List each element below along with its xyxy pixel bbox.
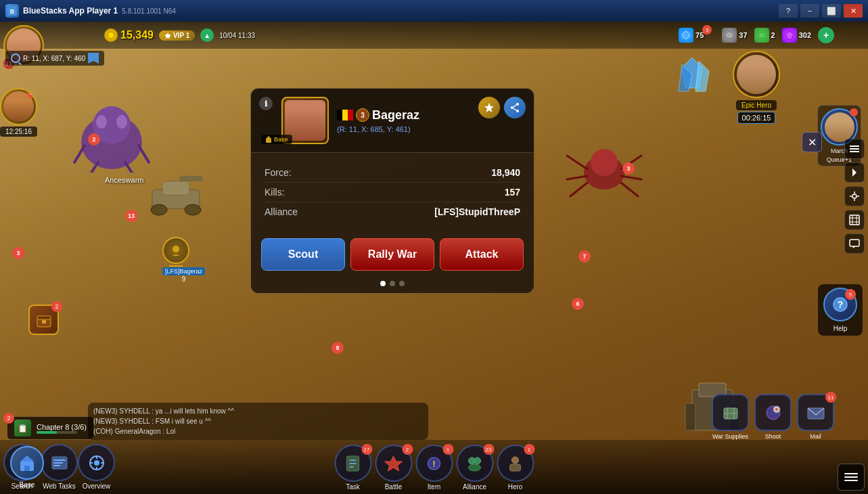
svg-point-44 — [852, 194, 856, 198]
svg-rect-80 — [53, 459, 66, 461]
task-circle[interactable]: 17 — [334, 445, 371, 482]
svg-marker-63 — [266, 136, 271, 139]
gold-display: 15,349 — [104, 28, 154, 42]
svg-rect-4 — [162, 181, 189, 195]
overview-circle[interactable] — [78, 444, 115, 481]
chapter-box[interactable]: 2 📋 Chapter 8 (3/6) — [7, 416, 94, 440]
force-label: Force: — [265, 167, 292, 178]
overview-icon[interactable]: Overview — [78, 444, 115, 490]
popup-base-label: Base — [261, 135, 292, 144]
timer-avatar[interactable]: 12 — [0, 88, 37, 125]
popup-stats: Force: 18,940 Kills: 157 Alliance [LFS]S… — [251, 153, 534, 231]
war-supplies-item[interactable]: War Supplies — [712, 394, 749, 440]
svg-rect-42 — [850, 151, 859, 152]
search-icon-small — [11, 53, 20, 63]
map-badge-7: 7 — [578, 250, 591, 263]
hero-circle[interactable]: 1 — [497, 445, 534, 482]
sidebar-arrow-icon[interactable] — [844, 162, 865, 183]
chest-item[interactable]: 2 — [28, 305, 59, 335]
march-red-dot — [850, 108, 858, 116]
sidebar-expand-icon[interactable] — [844, 139, 865, 159]
map-badge-3-right: 3 — [622, 162, 635, 175]
gem-icon — [782, 28, 797, 43]
svg-point-28 — [173, 246, 179, 252]
epic-hero-avatar[interactable] — [733, 51, 780, 98]
minimize-btn[interactable]: − — [800, 4, 819, 18]
crystal-resource: 75 3 — [679, 28, 715, 43]
close-btn[interactable]: ✕ — [844, 4, 863, 18]
svg-point-58 — [511, 106, 513, 109]
svg-text:!: ! — [433, 459, 436, 469]
scout-button[interactable]: Scout — [261, 238, 345, 271]
item-circle[interactable]: ! 1 — [415, 445, 453, 482]
alliance-badge: 23 — [483, 444, 494, 455]
hero-badge: 1 — [524, 444, 534, 455]
sidebar-chat-icon[interactable] — [844, 233, 865, 254]
shoot-label: Shoot — [765, 433, 781, 440]
epic-hero-panel[interactable]: Epic Hero 00:26:15 — [733, 51, 780, 124]
popup-username: Bageraz — [372, 108, 419, 122]
restore-btn[interactable]: ⬜ — [822, 4, 841, 18]
flag-belgium — [337, 110, 353, 120]
alliance-label: Alliance — [463, 483, 486, 491]
alliance-icon[interactable]: 23 Alliance — [456, 445, 493, 491]
popup-favorite-btn[interactable] — [478, 97, 500, 118]
app-title: BlueStacks App Player 1 — [23, 6, 118, 16]
sidebar-settings-icon[interactable] — [844, 186, 865, 206]
task-icon[interactable]: 17 Task — [334, 445, 371, 491]
map-badge-8: 8 — [332, 342, 344, 354]
map-label-anceswarm: Anceswarm — [105, 176, 143, 184]
hamburger-menu[interactable] — [838, 464, 865, 491]
alliance-circle[interactable]: 23 — [456, 445, 493, 482]
mail-icon[interactable]: 11 — [797, 394, 834, 431]
shoot-icon[interactable] — [754, 394, 792, 431]
crystal-cluster — [665, 54, 719, 111]
map-close-btn[interactable]: ✕ — [802, 132, 822, 152]
popup-info-icon[interactable]: ℹ — [259, 97, 273, 110]
player-marker[interactable] — [162, 237, 189, 268]
help-panel[interactable]: ? 5 Help — [818, 284, 863, 336]
vip-badge[interactable]: VIP 1 — [159, 30, 195, 41]
add-resources-btn[interactable]: + — [818, 27, 834, 43]
svg-point-97 — [474, 457, 481, 464]
base-label-bottom[interactable]: Base — [0, 440, 54, 494]
upgrade-arrow[interactable]: ▲ — [200, 28, 214, 42]
svg-point-6 — [151, 204, 167, 215]
item-icon[interactable]: ! 1 Item — [415, 445, 453, 491]
popup-dot-indicator — [251, 281, 534, 293]
menu-line-3 — [844, 480, 858, 481]
svg-line-20 — [570, 183, 587, 196]
battle-icon[interactable]: 2 Battle — [375, 445, 412, 491]
epic-hero-face — [737, 55, 776, 94]
svg-rect-41 — [850, 148, 859, 150]
svg-point-10 — [96, 115, 107, 129]
task-label: Task — [346, 483, 360, 491]
popup-share-btn[interactable] — [504, 97, 526, 118]
war-supplies-icon[interactable] — [712, 394, 749, 431]
svg-text:?: ? — [838, 299, 844, 310]
stat-force-row: Force: 18,940 — [265, 163, 520, 183]
chat-area: (NEW3) SYHDELL : ya ...i will lets him k… — [88, 403, 428, 440]
rally-war-button[interactable]: Rally War — [350, 238, 434, 271]
title-bar: B BlueStacks App Player 1 5.8.101.1001 N… — [0, 0, 868, 22]
alliance-label: Alliance — [265, 206, 298, 217]
bookmark-icon[interactable] — [88, 53, 99, 64]
attack-button[interactable]: Attack — [440, 238, 524, 271]
shoot-item[interactable]: Shoot — [754, 394, 792, 440]
base-icon[interactable] — [10, 446, 44, 480]
help-btn[interactable]: ? — [779, 4, 798, 18]
hero-icon[interactable]: 1 Hero — [497, 445, 534, 491]
svg-rect-49 — [850, 215, 859, 225]
mail-item[interactable]: 11 Mail — [797, 394, 834, 440]
popup-coords[interactable]: (R: 11, X: 685, Y: 461) — [337, 125, 524, 133]
sidebar-map-icon[interactable] — [844, 210, 865, 230]
svg-marker-75 — [20, 455, 34, 462]
player-map-label[interactable]: [LFS]Bageraz 9 — [162, 267, 205, 283]
battle-circle[interactable]: 2 — [375, 445, 412, 482]
left-timer[interactable]: 12 12:25:16 — [0, 88, 37, 137]
menu-button[interactable] — [838, 464, 865, 491]
svg-point-84 — [94, 460, 99, 466]
svg-line-22 — [621, 176, 641, 179]
right-sidebar — [841, 135, 868, 257]
chapter-progress[interactable]: 2 📋 Chapter 8 (3/6) — [7, 416, 94, 440]
